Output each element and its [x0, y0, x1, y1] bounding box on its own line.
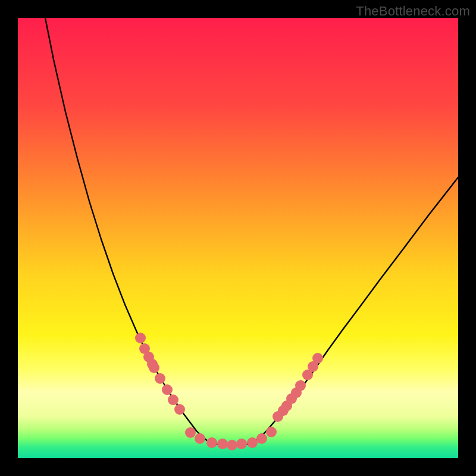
svg-point-1 [135, 333, 146, 343]
svg-point-5 [149, 362, 159, 373]
svg-point-8 [168, 394, 178, 405]
plot-area [18, 18, 458, 458]
curve-markers [135, 333, 323, 450]
svg-point-27 [266, 427, 277, 437]
svg-point-21 [206, 437, 217, 448]
svg-point-6 [155, 373, 165, 384]
svg-point-25 [247, 437, 258, 448]
svg-point-20 [195, 433, 205, 444]
svg-point-9 [174, 404, 185, 415]
svg-point-26 [256, 433, 267, 444]
svg-point-23 [227, 440, 237, 450]
svg-point-18 [312, 353, 323, 364]
svg-point-15 [295, 380, 306, 391]
svg-point-7 [162, 384, 173, 395]
svg-point-19 [185, 427, 196, 438]
svg-point-22 [217, 439, 228, 449]
svg-point-24 [236, 439, 247, 449]
chart-curves [18, 18, 458, 458]
attribution-text: TheBottleneck.com [356, 4, 470, 19]
curve-lines [45, 18, 458, 445]
outer-frame: TheBottleneck.com [0, 0, 476, 476]
